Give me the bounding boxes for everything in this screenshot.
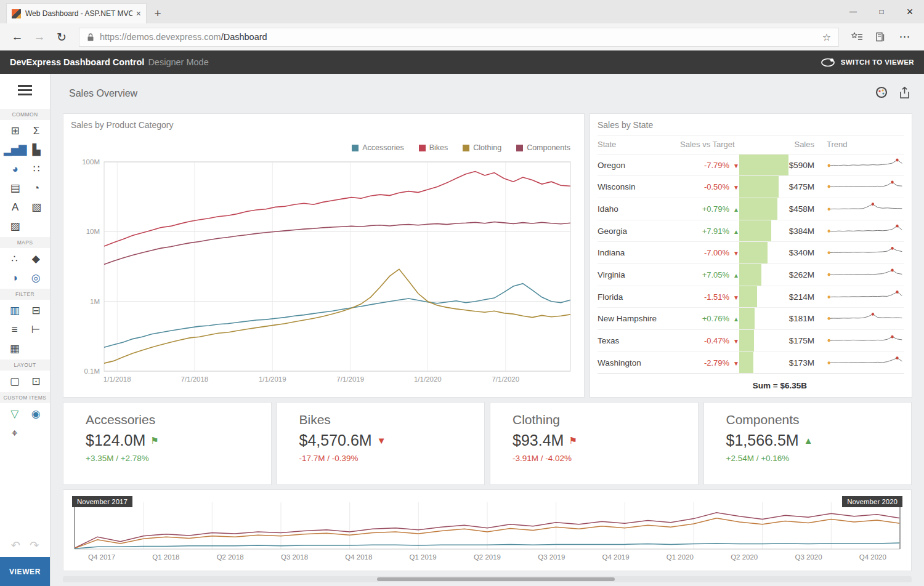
toolbox-item-pies-icon[interactable]: ◕ xyxy=(12,163,17,175)
devexpress-favicon xyxy=(12,9,21,18)
toolbox-item-tree-view-icon[interactable]: ⊢ xyxy=(31,324,40,336)
toolbox-item-image-icon[interactable]: ▧ xyxy=(31,201,41,214)
svg-text:7/1/2020: 7/1/2020 xyxy=(492,375,519,383)
maximize-button[interactable]: □ xyxy=(867,0,896,23)
trend-sparkline-svg xyxy=(827,288,904,304)
toolbox-item-text-box-icon[interactable]: A xyxy=(12,201,18,214)
sales-value: $590M xyxy=(788,161,818,170)
forward-button[interactable]: → xyxy=(28,26,51,47)
toolbox-item-cards-icon[interactable]: ▤ xyxy=(10,182,20,195)
favorites-hub-icon[interactable] xyxy=(845,26,869,47)
header-sales: Sales xyxy=(788,140,818,149)
sales-data-bar xyxy=(739,330,788,351)
tab-close-icon[interactable]: × xyxy=(136,9,141,18)
toolbox-item-date-filter-icon[interactable]: ▦ xyxy=(10,343,19,355)
toolbox-item-tab-container-icon[interactable]: ⊡ xyxy=(31,375,39,388)
state-row[interactable]: Florida -1.51%▼ $214M xyxy=(598,286,904,308)
sales-value: $173M xyxy=(788,358,818,367)
toolbox-item-range-filter-icon[interactable]: ▥ xyxy=(10,305,19,317)
range-axis-label: Q1 2019 xyxy=(410,553,437,561)
state-row[interactable]: New Hampshire +0.76%▲ $181M xyxy=(598,307,904,329)
toolbox-item-map-pin-icon[interactable]: ⌖ xyxy=(12,427,17,440)
kpi-card-bikes[interactable]: Bikes $4,570.6M▼ -17.7M / -0.39% xyxy=(277,402,485,485)
trend-sparkline-svg xyxy=(827,200,904,216)
browser-menu-icon[interactable]: ⋯ xyxy=(892,30,918,44)
maps-items: ∴ ◆ ◑ ◎ xyxy=(0,248,50,286)
legend-label: Bikes xyxy=(429,143,448,152)
url-path: /Dashboard xyxy=(221,32,267,42)
state-row[interactable]: Virginia +7.05%▲ $262M xyxy=(598,263,904,286)
toolbox-item-pivot-icon[interactable]: Σ xyxy=(33,125,39,137)
range-start-handle[interactable]: November 2017 xyxy=(72,496,132,507)
new-tab-button[interactable]: + xyxy=(147,3,169,23)
sales-data-bar xyxy=(739,264,788,286)
svg-text:1M: 1M xyxy=(90,298,100,305)
toolbox-item-grid-icon[interactable]: ⊞ xyxy=(10,125,18,137)
trend-sparkline-svg xyxy=(827,222,904,238)
minimize-button[interactable]: — xyxy=(839,0,867,23)
toolbox-item-treemap-icon[interactable]: ▙ xyxy=(33,144,40,156)
state-row[interactable]: Indiana -7.00%▼ $340M xyxy=(598,241,904,263)
range-axis-label: Q1 2018 xyxy=(152,553,179,561)
state-row[interactable]: Washington -2.79%▼ $173M xyxy=(598,351,904,374)
toolbox-item-bubble-map-icon[interactable]: ◎ xyxy=(31,272,40,284)
kpi-card-components[interactable]: Components $1,566.5M▲ +2.54M / +0.16% xyxy=(703,402,912,485)
undo-icon[interactable]: ↶ xyxy=(11,539,20,552)
legend-swatch xyxy=(463,145,469,151)
browser-tab[interactable]: Web Dashboard - ASP.NET MVC × xyxy=(6,3,147,23)
state-name: Oregon xyxy=(598,161,680,170)
toolbox-item-choropleth-map-icon[interactable]: ◆ xyxy=(32,253,39,265)
refresh-button[interactable]: ↻ xyxy=(51,26,73,47)
kpi-card-clothing[interactable]: Clothing $93.4M⚑ -3.91M / -4.02% xyxy=(490,402,699,485)
sales-value: $181M xyxy=(788,314,818,323)
range-axis-label: Q2 2020 xyxy=(731,553,758,561)
range-chart-svg[interactable] xyxy=(72,499,902,552)
address-bar[interactable]: https://demos.devexpress.com/Dashboard ☆ xyxy=(79,28,839,47)
toolbox-item-scatter-chart-icon[interactable]: ∷ xyxy=(33,163,39,175)
state-row[interactable]: Idaho +0.79%▲ $458M xyxy=(598,198,904,220)
toolbox-item-combo-box-icon[interactable]: ⊟ xyxy=(31,305,39,317)
toolbox-item-funnel-icon[interactable]: ▽ xyxy=(10,408,18,420)
common-items: ⊞ Σ ▂▅▇ ▙ ◕ ∷ ▤ ◔ A ▧ ▨ xyxy=(0,120,50,234)
color-scheme-icon[interactable] xyxy=(875,86,888,101)
app-title: DevExpress Dashboard Control xyxy=(10,57,144,67)
kpi-flag-icon: ⚑ xyxy=(569,435,577,446)
state-row[interactable]: Georgia +7.91%▲ $384M xyxy=(598,220,904,242)
switch-to-viewer-button[interactable]: SWITCH TO VIEWER xyxy=(821,57,914,68)
state-row[interactable]: Wisconsin -0.50%▼ $475M xyxy=(598,175,904,198)
range-axis-label: Q3 2019 xyxy=(538,553,565,561)
toolbox-item-web-page-icon[interactable]: ◉ xyxy=(31,408,40,420)
kpi-card-accessories[interactable]: Accessories $124.0M⚑ +3.35M / +2.78% xyxy=(63,402,272,485)
toolbox-item-bound-image-icon[interactable]: ▨ xyxy=(10,220,20,233)
redo-icon[interactable]: ↷ xyxy=(30,539,39,552)
address-bar-row: ← → ↻ https://demos.devexpress.com/Dashb… xyxy=(0,23,924,50)
add-favorite-icon[interactable]: ☆ xyxy=(822,31,831,43)
viewer-button[interactable]: VIEWER xyxy=(0,557,50,586)
toolbox-item-geo-point-map-icon[interactable]: ∴ xyxy=(11,253,17,265)
kpi-down-arrow-icon: ▼ xyxy=(377,435,386,446)
toolbox-menu-button[interactable] xyxy=(0,74,50,106)
kpi-delta: +3.35M / +2.78% xyxy=(86,454,271,463)
category-chart-svg[interactable]: 1/1/20187/1/20181/1/20197/1/20191/1/2020… xyxy=(71,156,575,387)
svg-text:1/1/2018: 1/1/2018 xyxy=(103,375,131,383)
toolbox-item-group-icon[interactable]: ▢ xyxy=(10,375,19,388)
toolbox-item-pie-map-icon[interactable]: ◑ xyxy=(12,272,17,284)
sales-by-state-panel: Sales by State State Sales vs Target Sal… xyxy=(590,113,912,398)
toolbox-item-chart-icon[interactable]: ▂▅▇ xyxy=(4,144,26,156)
trend-sparkline-svg xyxy=(827,332,904,348)
toolbox-item-gauges-icon[interactable]: ◔ xyxy=(33,182,39,195)
dashboard-surface: Sales Overview Sales by Product Category… xyxy=(51,74,924,586)
reading-list-icon[interactable] xyxy=(869,26,892,47)
state-row[interactable]: Texas -0.47%▼ $175M xyxy=(598,329,904,351)
state-row[interactable]: Oregon -7.79%▼ $590M xyxy=(598,154,904,176)
range-end-handle[interactable]: November 2020 xyxy=(842,496,902,507)
export-icon[interactable] xyxy=(899,86,910,102)
trend-cell xyxy=(818,332,904,350)
close-window-button[interactable]: × xyxy=(896,0,924,23)
kpi-title: Accessories xyxy=(86,412,271,427)
back-button[interactable]: ← xyxy=(6,26,28,47)
toolbox-item-list-box-icon[interactable]: ≡ xyxy=(12,324,17,336)
sales-vs-target-value: +0.76% xyxy=(702,314,729,323)
trend-arrow-icon: ▼ xyxy=(733,250,739,257)
scrollbar-thumb[interactable] xyxy=(377,577,615,581)
